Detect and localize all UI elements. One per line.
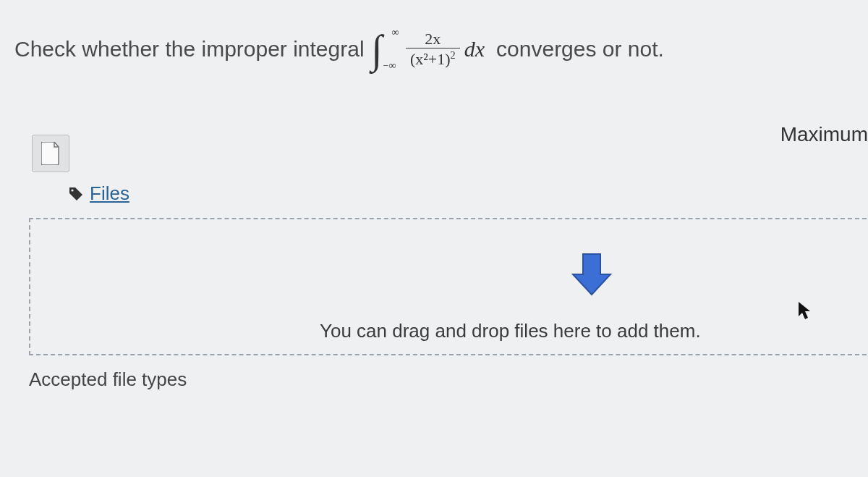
question-suffix: converges or not.: [496, 37, 664, 62]
accepted-file-types-label: Accepted file types: [29, 368, 854, 391]
integral-lower-limit: −∞: [383, 61, 396, 71]
file-dropzone[interactable]: You can drag and drop files here to add …: [29, 218, 868, 355]
new-file-button[interactable]: [32, 135, 69, 172]
cursor-icon: [797, 300, 812, 324]
maximum-label: Maximum: [780, 123, 868, 146]
fraction: 2x (x²+1)2: [406, 30, 460, 69]
differential: dx: [464, 37, 485, 62]
integral-upper-limit: ∞: [392, 28, 399, 38]
integral-expression: ∫ ∞ −∞ 2x (x²+1)2 dx: [372, 29, 490, 69]
fraction-numerator: 2x: [420, 30, 445, 48]
integral-sign-icon: ∫ ∞ −∞: [372, 29, 383, 69]
dropzone-hint: You can drag and drop files here to add …: [320, 320, 701, 342]
svg-point-0: [71, 189, 73, 191]
question-page: Check whether the improper integral ∫ ∞ …: [0, 0, 868, 391]
file-icon: [41, 142, 60, 165]
files-row: Files: [68, 182, 854, 205]
question-prefix: Check whether the improper integral: [14, 37, 365, 62]
files-link[interactable]: Files: [90, 182, 129, 205]
arrow-down-icon: [566, 248, 618, 303]
question-text: Check whether the improper integral ∫ ∞ …: [14, 29, 854, 69]
fraction-denominator: (x²+1)2: [406, 48, 460, 69]
tag-icon: [68, 186, 84, 202]
